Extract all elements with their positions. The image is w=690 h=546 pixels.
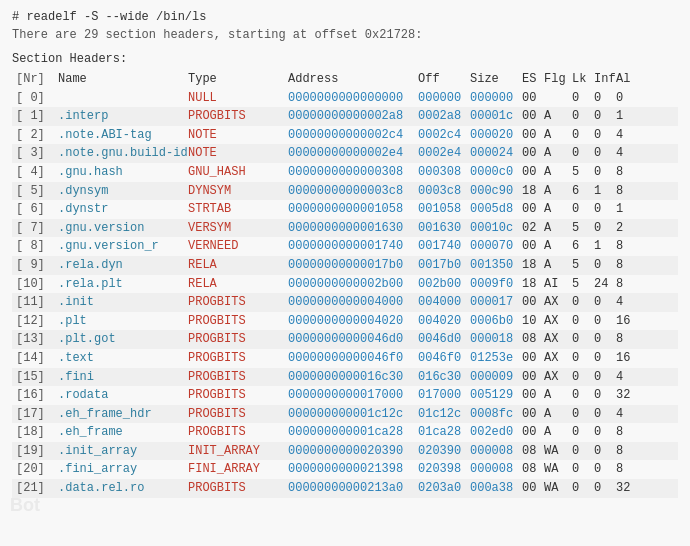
cell-lk: 0 <box>572 107 594 126</box>
cell-off: 0003c8 <box>418 182 470 201</box>
cell-inf: 0 <box>594 107 616 126</box>
header-nr: [Nr] <box>16 70 58 89</box>
cell-es: 00 <box>522 200 544 219</box>
cell-flg: WA <box>544 479 572 498</box>
header-size: Size <box>470 70 522 89</box>
cell-al: 8 <box>616 423 638 442</box>
cell-lk: 6 <box>572 237 594 256</box>
cell-al: 16 <box>616 349 638 368</box>
table-row: [12] .plt PROGBITS 0000000000004020 0040… <box>12 312 678 331</box>
cell-size: 001350 <box>470 256 522 275</box>
table-row: [ 7] .gnu.version VERSYM 000000000000163… <box>12 219 678 238</box>
cell-inf: 0 <box>594 312 616 331</box>
cell-nr: [ 7] <box>16 219 58 238</box>
table-row: [15] .fini PROGBITS 0000000000016c30 016… <box>12 368 678 387</box>
cell-inf: 0 <box>594 330 616 349</box>
cell-lk: 0 <box>572 405 594 424</box>
cell-type: FINI_ARRAY <box>188 460 288 479</box>
cell-size: 0008fc <box>470 405 522 424</box>
cell-type: VERNEED <box>188 237 288 256</box>
header-inf: Inf <box>594 70 616 89</box>
cell-type: VERSYM <box>188 219 288 238</box>
cell-size: 000009 <box>470 368 522 387</box>
table-row: [13] .plt.got PROGBITS 00000000000046d0 … <box>12 330 678 349</box>
cell-al: 8 <box>616 237 638 256</box>
cell-lk: 0 <box>572 200 594 219</box>
cell-nr: [ 3] <box>16 144 58 163</box>
cell-size: 000018 <box>470 330 522 349</box>
cell-al: 0 <box>616 89 638 108</box>
header-flg: Flg <box>544 70 572 89</box>
cell-es: 08 <box>522 460 544 479</box>
cell-size: 00010c <box>470 219 522 238</box>
cell-inf: 0 <box>594 200 616 219</box>
cell-inf: 0 <box>594 219 616 238</box>
cell-type: PROGBITS <box>188 293 288 312</box>
cell-al: 1 <box>616 107 638 126</box>
cell-name: .fini <box>58 368 188 387</box>
cell-al: 8 <box>616 330 638 349</box>
cell-off: 000308 <box>418 163 470 182</box>
cell-name: .plt <box>58 312 188 331</box>
cell-al: 32 <box>616 479 638 498</box>
cell-address: 000000000001ca28 <box>288 423 418 442</box>
cell-off: 0017b0 <box>418 256 470 275</box>
cell-type: RELA <box>188 256 288 275</box>
cell-flg: AX <box>544 349 572 368</box>
cell-off: 001630 <box>418 219 470 238</box>
cell-name <box>58 89 188 108</box>
info-line: There are 29 section headers, starting a… <box>12 28 678 42</box>
cell-off: 001058 <box>418 200 470 219</box>
cell-address: 0000000000000000 <box>288 89 418 108</box>
cell-type: PROGBITS <box>188 405 288 424</box>
cell-nr: [16] <box>16 386 58 405</box>
cell-name: .note.ABI-tag <box>58 126 188 145</box>
cell-flg: AX <box>544 330 572 349</box>
cell-name: .eh_frame <box>58 423 188 442</box>
cell-off: 0046d0 <box>418 330 470 349</box>
cell-type: PROGBITS <box>188 479 288 498</box>
cell-size: 000000 <box>470 89 522 108</box>
table-row: [20] .fini_array FINI_ARRAY 000000000002… <box>12 460 678 479</box>
table-row: [ 1] .interp PROGBITS 00000000000002a8 0… <box>12 107 678 126</box>
cell-nr: [ 8] <box>16 237 58 256</box>
cell-name: .dynsym <box>58 182 188 201</box>
cell-es: 18 <box>522 182 544 201</box>
cell-size: 000024 <box>470 144 522 163</box>
section-header-label: Section Headers: <box>12 52 678 66</box>
cell-off: 0046f0 <box>418 349 470 368</box>
table-row: [19] .init_array INIT_ARRAY 000000000002… <box>12 442 678 461</box>
cell-type: RELA <box>188 275 288 294</box>
cell-inf: 0 <box>594 460 616 479</box>
cell-size: 0009f0 <box>470 275 522 294</box>
header-lk: Lk <box>572 70 594 89</box>
cell-es: 10 <box>522 312 544 331</box>
table-row: [ 5] .dynsym DYNSYM 00000000000003c8 000… <box>12 182 678 201</box>
cell-lk: 0 <box>572 89 594 108</box>
cell-nr: [ 6] <box>16 200 58 219</box>
cell-flg: A <box>544 423 572 442</box>
cell-address: 0000000000004000 <box>288 293 418 312</box>
cell-flg: A <box>544 182 572 201</box>
cell-al: 4 <box>616 126 638 145</box>
cell-address: 0000000000017000 <box>288 386 418 405</box>
cell-inf: 0 <box>594 144 616 163</box>
cell-type: INIT_ARRAY <box>188 442 288 461</box>
cell-flg: A <box>544 405 572 424</box>
table-row: [10] .rela.plt RELA 0000000000002b00 002… <box>12 275 678 294</box>
cell-size: 000020 <box>470 126 522 145</box>
cell-name: .gnu.version <box>58 219 188 238</box>
cell-type: DYNSYM <box>188 182 288 201</box>
table-row: [ 3] .note.gnu.build-id NOTE 00000000000… <box>12 144 678 163</box>
cell-nr: [10] <box>16 275 58 294</box>
cell-flg: A <box>544 386 572 405</box>
cell-lk: 0 <box>572 479 594 498</box>
cell-flg: AX <box>544 312 572 331</box>
cell-size: 002ed0 <box>470 423 522 442</box>
cell-off: 016c30 <box>418 368 470 387</box>
cell-es: 00 <box>522 423 544 442</box>
cell-al: 4 <box>616 293 638 312</box>
cell-es: 08 <box>522 442 544 461</box>
cell-lk: 0 <box>572 293 594 312</box>
cell-name: .interp <box>58 107 188 126</box>
